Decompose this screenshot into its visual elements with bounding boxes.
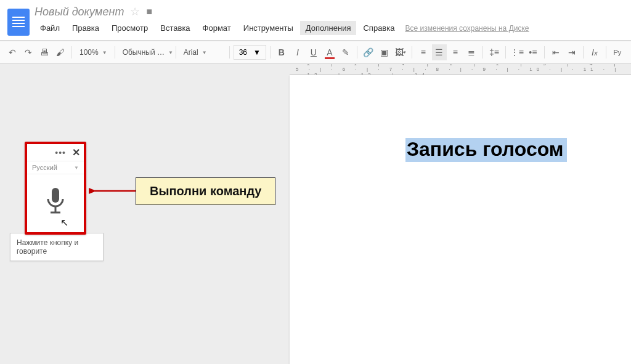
microphone-button[interactable]: ↖ bbox=[27, 174, 84, 232]
menu-правка[interactable]: Правка bbox=[67, 21, 105, 35]
voice-language-drop[interactable]: Русский▼ bbox=[27, 161, 84, 174]
align-right-button[interactable]: ≡ bbox=[448, 44, 463, 60]
star-icon[interactable]: ☆ bbox=[130, 5, 140, 18]
page-content-text[interactable]: Запись голосом bbox=[405, 138, 567, 162]
voice-tooltip: Нажмите кнопку и говорите bbox=[10, 233, 104, 261]
style-drop[interactable]: Обычный …▼ bbox=[119, 44, 172, 60]
menu-дополнения[interactable]: Дополнения bbox=[300, 21, 357, 35]
microphone-icon bbox=[41, 185, 70, 219]
undo-button[interactable]: ↶ bbox=[5, 44, 20, 60]
indent-decrease-button[interactable]: ⇤ bbox=[548, 44, 563, 60]
text-color-button[interactable]: A bbox=[322, 44, 337, 60]
font-drop[interactable]: Arial▼ bbox=[180, 44, 226, 60]
align-justify-button[interactable]: ≣ bbox=[464, 44, 479, 60]
fontsize-input[interactable]: 36▼ bbox=[234, 45, 266, 60]
menu-формат[interactable]: Формат bbox=[197, 21, 237, 35]
voice-typing-widget: ••• ✕ Русский▼ ↖ bbox=[25, 142, 86, 235]
link-button[interactable]: 🔗 bbox=[361, 44, 376, 60]
numbered-list-button[interactable]: ⋮≡ bbox=[510, 44, 524, 60]
callout-label: Выполни команду bbox=[136, 177, 275, 205]
align-center-button[interactable]: ☰ bbox=[432, 44, 447, 60]
print-button[interactable]: 🖶 bbox=[37, 44, 52, 60]
italic-button[interactable]: I bbox=[290, 44, 305, 60]
document-title[interactable]: Новый документ bbox=[35, 6, 124, 18]
zoom-drop[interactable]: 100%▼ bbox=[76, 44, 111, 60]
menu-справка[interactable]: Справка bbox=[357, 21, 400, 35]
paint-format-button[interactable]: 🖌 bbox=[53, 44, 68, 60]
more-icon[interactable]: ••• bbox=[55, 148, 66, 158]
line-spacing-button[interactable]: ‡≡ bbox=[487, 44, 502, 60]
svg-rect-0 bbox=[52, 188, 59, 203]
menu-файл[interactable]: Файл bbox=[35, 21, 65, 35]
image-button[interactable]: 🖼▾ bbox=[393, 44, 408, 60]
menu-инструменты[interactable]: Инструменты bbox=[238, 21, 299, 35]
highlight-button[interactable]: ✎ bbox=[338, 44, 353, 60]
close-icon[interactable]: ✕ bbox=[72, 147, 80, 158]
document-page[interactable]: Запись голосом bbox=[290, 75, 631, 364]
underline-button[interactable]: U bbox=[306, 44, 321, 60]
align-left-button[interactable]: ≡ bbox=[416, 44, 431, 60]
folder-icon[interactable]: ■ bbox=[146, 6, 152, 17]
menu-просмотр[interactable]: Просмотр bbox=[106, 21, 153, 35]
comment-button[interactable]: ▣ bbox=[377, 44, 392, 60]
callout-arrow bbox=[89, 186, 138, 196]
bullet-list-button[interactable]: •≡ bbox=[526, 44, 540, 60]
redo-button[interactable]: ↷ bbox=[21, 44, 36, 60]
bold-button[interactable]: B bbox=[274, 44, 289, 60]
ruler: · 2 · | · 1 · | · ▼ · | · 1 · | · 2 · | … bbox=[290, 64, 631, 75]
menu-вставка[interactable]: Вставка bbox=[155, 21, 195, 35]
save-status[interactable]: Все изменения сохранены на Диске bbox=[405, 24, 529, 33]
clear-format-button[interactable]: Ix bbox=[587, 44, 602, 60]
toolbar: ↶ ↷ 🖶 🖌 100%▼ Обычный …▼ Arial▼ 36▼ B I … bbox=[0, 41, 631, 64]
docs-logo[interactable] bbox=[7, 9, 30, 36]
indent-increase-button[interactable]: ⇥ bbox=[564, 44, 579, 60]
cursor-icon: ↖ bbox=[60, 217, 68, 229]
input-method-button[interactable]: Ру bbox=[610, 44, 625, 60]
